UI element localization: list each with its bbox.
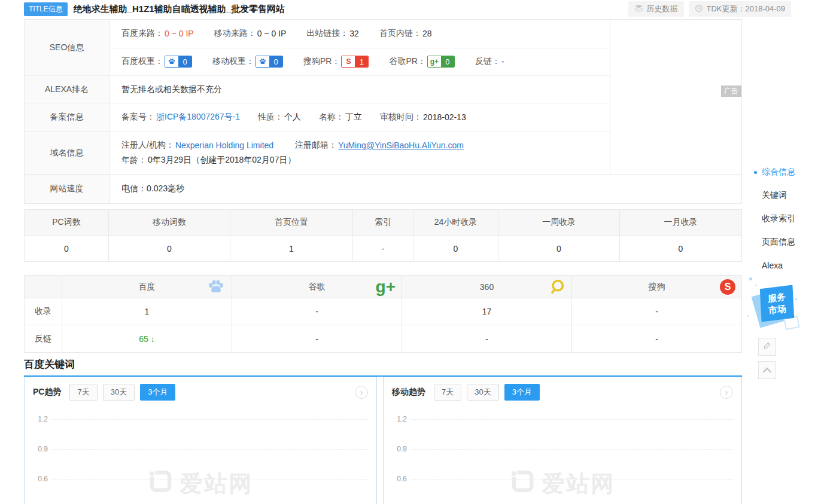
google-included-value: - bbox=[232, 298, 402, 325]
ad-placeholder: 广告 bbox=[610, 20, 741, 174]
stats-value: 0 bbox=[498, 236, 620, 261]
stats-value: 0 bbox=[413, 236, 498, 261]
seo-info-label: SEO信息 bbox=[25, 20, 110, 75]
aizhan-logo-watermark-icon bbox=[510, 468, 536, 500]
mobile-trend-chart: 1.2 0.9 0.6 0.3 爱站网 bbox=[384, 406, 741, 504]
stats-value: 1 bbox=[230, 236, 353, 261]
back-to-top-button[interactable] bbox=[758, 361, 776, 379]
registrant-email-link[interactable]: YuMing@YinSiBaoHu.AliYun.com bbox=[338, 140, 464, 150]
domain-age-value: 0年3月29日（创建于2018年02月07日） bbox=[148, 155, 296, 166]
chevron-right-icon[interactable]: › bbox=[720, 386, 733, 399]
sogou-backlinks-value: - bbox=[572, 325, 741, 352]
icp-nature-value: 个人 bbox=[284, 112, 301, 123]
engine-header-sogou: 搜狗 S bbox=[572, 276, 741, 298]
360-backlinks-value: - bbox=[402, 325, 572, 352]
site-speed-label: 网站速度 bbox=[25, 175, 110, 203]
icp-number-link[interactable]: 浙ICP备18007267号-1 bbox=[156, 112, 240, 123]
tab-7days[interactable]: 7天 bbox=[69, 384, 97, 401]
tab-7days[interactable]: 7天 bbox=[434, 384, 461, 401]
bullet-dot-icon bbox=[754, 264, 757, 267]
tab-30days[interactable]: 30天 bbox=[103, 384, 135, 401]
stats-col-header: 索引 bbox=[353, 210, 413, 235]
tab-30days[interactable]: 30天 bbox=[467, 384, 498, 401]
mobile-trend-panel: 移动趋势 7天 30天 3个月 › 1.2 0.9 0.6 0.3 爱站网 bbox=[383, 377, 742, 504]
pc-trend-chart: 1.2 0.9 0.6 0.3 爱站网 bbox=[25, 406, 376, 504]
chevron-right-icon[interactable]: › bbox=[355, 386, 368, 399]
engine-header-row: 百度 谷歌 g+ 360 搜狗 S bbox=[25, 276, 741, 298]
gridline bbox=[411, 449, 733, 450]
gridline bbox=[52, 449, 368, 450]
y-tick-label: 0.9 bbox=[384, 445, 411, 453]
baidu-included-value: 1 bbox=[62, 298, 232, 325]
google-pr-badge[interactable]: g+ 0 bbox=[427, 56, 455, 68]
nav-item-keywords[interactable]: 关键词 bbox=[754, 190, 814, 201]
y-tick-label: 1.2 bbox=[384, 415, 411, 423]
baidu-paw-icon bbox=[206, 277, 226, 297]
tab-3months[interactable]: 3个月 bbox=[140, 384, 175, 401]
alexa-rank-value: 暂无排名或相关数据不充分 bbox=[121, 84, 222, 95]
aizhan-watermark: 爱站网 bbox=[510, 468, 616, 500]
down-arrow-icon: ↓ bbox=[151, 334, 155, 344]
stats-col-header: 一月收录 bbox=[620, 210, 741, 235]
history-data-button[interactable]: 历史数据 bbox=[628, 1, 684, 17]
title-info-badge: TITLE信息 bbox=[24, 2, 68, 16]
nav-item-alexa[interactable]: Alexa bbox=[754, 259, 814, 271]
sogou-included-value: - bbox=[572, 298, 741, 325]
engine-corner-cell bbox=[25, 276, 62, 298]
baidu-weight-badge[interactable]: 0 bbox=[165, 56, 192, 68]
alexa-rank-row: ALEXA排名 暂无排名或相关数据不充分 bbox=[25, 76, 610, 103]
stats-col-header: 首页位置 bbox=[230, 210, 353, 235]
bullet-dot-icon bbox=[754, 218, 757, 221]
mobile-weight-badge[interactable]: 0 bbox=[256, 56, 283, 68]
icp-info-label: 备案信息 bbox=[25, 103, 110, 131]
pencil-icon bbox=[763, 341, 771, 352]
sogou-s-icon: S bbox=[342, 56, 355, 67]
stats-value: - bbox=[353, 236, 413, 261]
keyword-stats-table: PC词数 移动词数 首页位置 索引 24小时收录 一周收录 一月收录 0 0 1… bbox=[24, 209, 742, 262]
home-links-value: 28 bbox=[422, 29, 432, 38]
nav-item-pageinfo[interactable]: 页面信息 bbox=[754, 236, 814, 248]
pc-trend-title: PC趋势 bbox=[33, 387, 61, 398]
page-title: 绝地求生辅助_H1Z1辅助自瞄透视辅助_批发零售网站 bbox=[74, 4, 285, 15]
header: TITLE信息 绝地求生辅助_H1Z1辅助自瞄透视辅助_批发零售网站 历史数据 … bbox=[24, 0, 791, 18]
section-nav: 综合信息 关键词 收录索引 页面信息 Alexa bbox=[754, 166, 814, 283]
engine-header-baidu: 百度 bbox=[62, 276, 232, 298]
engine-included-row: 收录 1 - 17 - bbox=[25, 298, 741, 325]
icp-name-value: 丁立 bbox=[345, 112, 362, 123]
baidu-visits-value: 0 ~ 0 IP bbox=[165, 29, 194, 38]
engine-header-360: 360 bbox=[402, 276, 572, 298]
history-layers-icon bbox=[634, 4, 643, 14]
mobile-trend-title: 移动趋势 bbox=[392, 387, 425, 398]
sogou-pr-badge[interactable]: S 1 bbox=[341, 56, 369, 68]
pc-trend-panel: PC趋势 7天 30天 3个月 › 1.2 0.9 0.6 0.3 爱站网 bbox=[24, 377, 377, 504]
nav-item-overview[interactable]: 综合信息 bbox=[754, 166, 814, 178]
tdk-update-button[interactable]: TDK更新：2018-04-09 bbox=[689, 1, 792, 17]
page: TITLE信息 绝地求生辅助_H1Z1辅助自瞄透视辅助_批发零售网站 历史数据 … bbox=[0, 0, 815, 504]
registrant-link[interactable]: Nexperian Holding Limited bbox=[175, 140, 273, 150]
stats-values-row: 0 0 1 - 0 0 0 bbox=[25, 236, 741, 261]
badge-label: 服务 市场 bbox=[760, 285, 794, 322]
stats-value: 0 bbox=[109, 236, 230, 261]
google-plus-icon: g+ bbox=[376, 279, 396, 295]
baidu-backlinks-value: 65 ↓ bbox=[62, 325, 232, 352]
chevron-up-icon bbox=[763, 368, 771, 376]
aizhan-watermark: 爱站网 bbox=[148, 468, 254, 500]
backlinks-value: - bbox=[501, 57, 504, 66]
seo-info-row: SEO信息 百度来路：0 ~ 0 IP 移动来路：0 ~ 0 IP 出站链接：3… bbox=[25, 20, 610, 76]
feedback-button[interactable] bbox=[758, 338, 776, 356]
service-market-badge[interactable]: 服务 市场 bbox=[756, 286, 798, 328]
outbound-links-value: 32 bbox=[349, 29, 359, 38]
sogou-s-icon: S bbox=[720, 279, 735, 295]
baidu-paw-icon bbox=[165, 56, 178, 67]
360-included-value: 17 bbox=[402, 298, 572, 325]
gridline bbox=[411, 419, 733, 420]
y-tick-label: 0.9 bbox=[25, 445, 52, 453]
bullet-dot-icon bbox=[754, 171, 757, 174]
stats-value: 0 bbox=[620, 236, 741, 261]
nav-item-index[interactable]: 收录索引 bbox=[754, 213, 814, 225]
baidu-keywords-title: 百度关键词 bbox=[24, 358, 75, 371]
icp-info-row: 备案信息 备案号：浙ICP备18007267号-1 性质：个人 名称：丁立 审核… bbox=[25, 103, 610, 132]
clock-icon bbox=[695, 4, 703, 14]
baidu-paw-icon bbox=[256, 56, 269, 67]
tab-3months[interactable]: 3个月 bbox=[504, 384, 540, 401]
